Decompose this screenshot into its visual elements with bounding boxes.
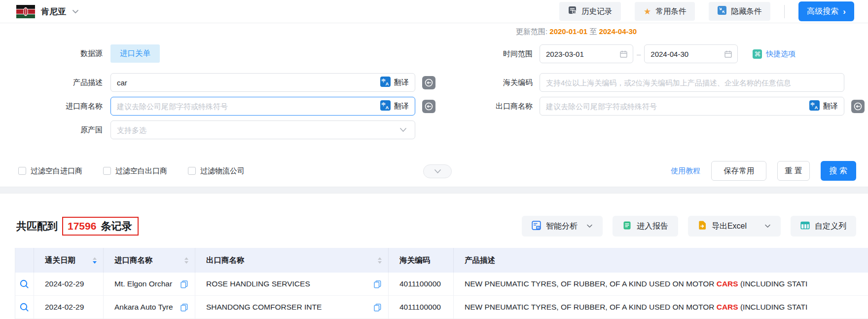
exporter-label: 出口商名称	[454, 102, 533, 111]
translate-button[interactable]: 中A 翻译	[380, 77, 415, 88]
origin-country-select[interactable]	[110, 120, 415, 139]
copy-icon[interactable]	[180, 303, 188, 312]
filter-logistics-checkbox[interactable]: 过滤物流公司	[188, 166, 245, 176]
exclude-filter-button[interactable]	[422, 100, 435, 113]
importer-cell: Ankara Auto Tyre	[104, 296, 195, 319]
translate-icon: 中A	[380, 77, 391, 88]
filter-actions-row: 过滤空白进口商 过滤空白出口商 过滤物流公司 使用教程 保存常用 重 置 搜 索	[0, 160, 868, 181]
hs-code-inputbox[interactable]	[540, 73, 844, 92]
product-desc-input[interactable]	[111, 79, 380, 87]
date-value: 2024-02-29	[45, 303, 84, 312]
importer-value: Ankara Auto Tyre	[114, 303, 173, 312]
filter-blank-importer-checkbox[interactable]: 过滤空白进口商	[18, 166, 82, 176]
detail-cell	[15, 296, 34, 319]
calendar-icon[interactable]	[619, 50, 633, 58]
header-detail-col	[15, 248, 34, 273]
search-button[interactable]: 搜 索	[821, 161, 856, 181]
chevron-down-icon[interactable]	[764, 224, 771, 228]
checkbox[interactable]	[188, 167, 196, 175]
data-source-row: 数据源 进口关单	[0, 44, 160, 63]
history-icon	[568, 6, 577, 17]
importer-label: 进口商名称	[0, 102, 103, 111]
svg-text:A: A	[386, 105, 389, 110]
chevron-right-icon: ›	[843, 7, 846, 16]
reset-button[interactable]: 重 置	[777, 161, 809, 181]
date-to-value[interactable]	[645, 50, 724, 58]
checkbox[interactable]	[18, 167, 26, 175]
header-exporter[interactable]: 出口商名称	[195, 248, 389, 273]
kenya-flag-icon	[16, 5, 35, 18]
exclude-filter-button[interactable]	[851, 100, 865, 113]
date-to-input[interactable]	[644, 44, 738, 63]
checkbox[interactable]	[103, 167, 111, 175]
table-row[interactable]: 2024-02-29 Ankara Auto Tyre SHANDONG COM…	[15, 296, 868, 319]
header-date-label: 通关日期	[45, 255, 75, 266]
product-cell: NEW PNEUMATIC TYRES, OF RUBBER, OF A KIN…	[454, 296, 868, 319]
hs-code-input[interactable]	[540, 79, 844, 87]
header-date[interactable]: 通关日期	[34, 248, 104, 273]
table-row[interactable]: 2024-02-29 Mt. Elgon Orchar ROSE HANDLIN…	[15, 273, 868, 296]
magnifier-icon[interactable]	[19, 302, 30, 313]
origin-country-input[interactable]	[111, 126, 399, 134]
sort-control[interactable]	[378, 257, 382, 264]
smart-analysis-button[interactable]: BI 智能分析	[522, 216, 603, 237]
update-range-to: 2024-04-30	[599, 27, 637, 36]
history-button[interactable]: 历史记录	[559, 2, 621, 21]
match-count: 共匹配到 17596 条记录	[16, 217, 139, 236]
country-selector[interactable]: 肯尼亚	[16, 5, 79, 18]
sort-control[interactable]	[93, 257, 97, 264]
header-product-label: 产品描述	[465, 255, 495, 266]
date-cell: 2024-02-29	[34, 296, 104, 319]
favorites-button[interactable]: ★ 常用条件	[635, 2, 695, 21]
copy-icon[interactable]	[180, 280, 188, 288]
exporter-input[interactable]	[540, 102, 809, 111]
columns-icon	[800, 221, 810, 232]
update-range-note: 更新范围: 2020-01-01 至 2024-04-30	[516, 27, 637, 37]
copy-icon[interactable]	[373, 303, 382, 312]
filter-blank-exporter-checkbox[interactable]: 过滤空白出口商	[103, 166, 167, 176]
detail-cell	[15, 273, 34, 296]
translate-icon: 中A	[809, 100, 820, 112]
importer-input[interactable]	[111, 102, 380, 111]
export-icon	[698, 220, 707, 232]
tutorial-link[interactable]: 使用教程	[671, 166, 700, 176]
quick-options-link[interactable]: ⌘ 快捷选项	[753, 49, 796, 59]
copy-icon[interactable]	[373, 280, 382, 288]
exporter-inputbox[interactable]: 中A 翻译	[540, 97, 844, 116]
exporter-value: ROSE HANDLING SERVICES	[206, 279, 310, 288]
importer-cell: Mt. Elgon Orchar	[104, 273, 195, 296]
origin-country-row: 原产国	[0, 120, 415, 139]
highlight-keyword: CARS	[717, 279, 738, 288]
product-desc-inputbox[interactable]: 中A 翻译	[110, 73, 415, 92]
product-description: NEW PNEUMATIC TYRES, OF RUBBER, OF A KIN…	[465, 279, 807, 288]
data-source-tag-import[interactable]: 进口关单	[110, 44, 160, 63]
calendar-icon[interactable]	[724, 50, 737, 58]
collapse-icon	[718, 6, 726, 17]
importer-value: Mt. Elgon Orchar	[114, 279, 172, 288]
save-conditions-button[interactable]: 保存常用	[711, 161, 766, 181]
match-prefix: 共匹配到	[16, 219, 58, 233]
translate-button[interactable]: 中A 翻译	[380, 100, 415, 112]
enter-report-button[interactable]: 进入报告	[613, 216, 678, 237]
time-range-label: 时间范围	[454, 49, 533, 59]
exclude-filter-button[interactable]	[422, 76, 435, 89]
expand-more-conditions-button[interactable]	[423, 164, 452, 178]
header-exporter-label: 出口商名称	[206, 255, 245, 266]
date-from-value[interactable]	[540, 50, 619, 58]
advanced-search-button[interactable]: 高级搜索 ›	[798, 1, 854, 21]
header-importer[interactable]: 进口商名称	[104, 248, 195, 273]
export-excel-button[interactable]: 导出Excel	[688, 216, 781, 237]
custom-columns-button[interactable]: 自定义列	[791, 216, 856, 237]
importer-inputbox[interactable]: 中A 翻译	[110, 97, 415, 116]
translate-button[interactable]: 中A 翻译	[809, 100, 844, 112]
highlight-keyword: CARS	[717, 303, 738, 311]
magnifier-icon[interactable]	[19, 279, 30, 289]
date-range-separator: –	[637, 50, 641, 58]
topbar-actions: 历史记录 ★ 常用条件 隐藏条件 高级搜索 ›	[559, 1, 854, 21]
favorites-label: 常用条件	[655, 6, 686, 17]
sort-control[interactable]	[184, 257, 188, 264]
hide-conditions-button[interactable]: 隐藏条件	[709, 2, 770, 21]
export-excel-label: 导出Excel	[712, 221, 747, 232]
date-from-input[interactable]	[540, 44, 633, 63]
translate-icon: 中A	[380, 100, 391, 112]
